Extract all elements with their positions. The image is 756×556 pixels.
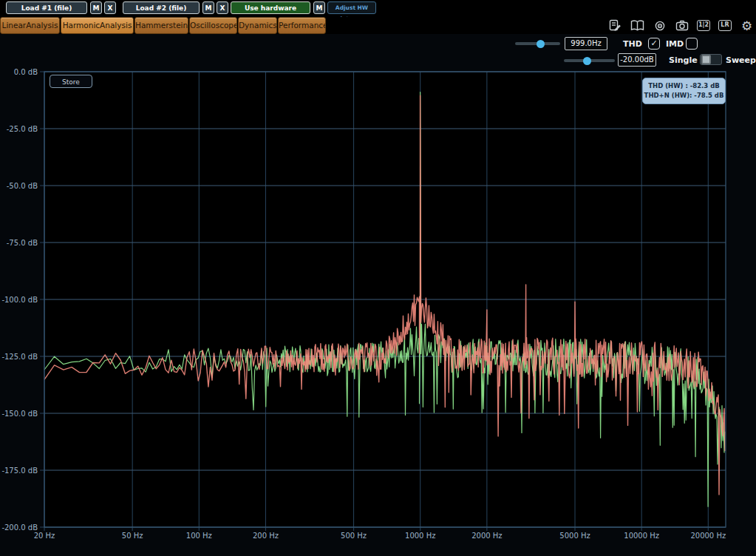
clear-1-button[interactable]: X — [104, 1, 116, 14]
imd-label: IMD — [666, 39, 684, 49]
screenshot-camera-icon[interactable] — [675, 19, 689, 33]
use-hardware-button[interactable]: Use hardware — [231, 1, 310, 14]
svg-text:500 Hz: 500 Hz — [341, 532, 367, 540]
level-value-field[interactable]: -20.00dB — [618, 53, 656, 67]
svg-text:5000 Hz: 5000 Hz — [559, 532, 590, 540]
svg-text:-100.0 dB: -100.0 dB — [1, 296, 38, 304]
icon-toolbar: 1|2 LR ⚙ — [594, 18, 754, 33]
imd-checkbox[interactable] — [686, 38, 698, 50]
mute-2-button[interactable]: M — [202, 1, 214, 14]
thd-checkbox[interactable]: ✓ — [648, 38, 660, 50]
svg-text:-75.0 dB: -75.0 dB — [7, 239, 38, 247]
frequency-slider[interactable] — [515, 42, 560, 45]
tab-performance[interactable]: Performance — [278, 17, 326, 34]
tab-dynamics[interactable]: Dynamics — [238, 17, 277, 34]
level-slider-thumb[interactable] — [583, 57, 591, 65]
settings-gear-icon[interactable]: ⚙ — [740, 19, 754, 33]
load-file-1-button[interactable]: Load #1 (file) — [6, 1, 87, 14]
svg-text:10000 Hz: 10000 Hz — [624, 532, 659, 540]
store-button[interactable]: Store — [50, 75, 92, 88]
tab-oscilloscope[interactable]: Oscilloscope — [189, 17, 237, 34]
frequency-value-field[interactable]: 999.0Hz — [565, 37, 607, 50]
channel-1-2-toggle-icon[interactable]: 1|2 — [697, 20, 710, 31]
thd-hw-value: THD (HW) : -82.3 dB — [643, 81, 725, 91]
thd-label: THD — [623, 39, 642, 49]
sweep-mode-label: Sweep — [726, 55, 756, 65]
single-sweep-toggle[interactable] — [700, 54, 722, 65]
notes-edit-icon[interactable] — [608, 19, 622, 33]
mute-hardware-button[interactable]: M — [313, 1, 325, 14]
svg-text:-50.0 dB: -50.0 dB — [7, 182, 38, 190]
adjust-hw-latency-button[interactable]: Adjust HW latency — [327, 1, 376, 14]
svg-text:20000 Hz: 20000 Hz — [690, 532, 726, 540]
svg-text:-25.0 dB: -25.0 dB — [7, 125, 38, 133]
tab-hammerstein[interactable]: Hammerstein — [134, 17, 188, 34]
svg-text:-175.0 dB: -175.0 dB — [1, 467, 38, 475]
svg-text:100 Hz: 100 Hz — [186, 532, 212, 540]
level-slider[interactable] — [564, 59, 615, 62]
svg-text:50 Hz: 50 Hz — [122, 532, 143, 540]
svg-text:2000 Hz: 2000 Hz — [471, 532, 502, 540]
svg-text:20 Hz: 20 Hz — [34, 532, 55, 540]
svg-text:-200.0 dB: -200.0 dB — [1, 523, 38, 532]
tab-linear-analysis[interactable]: LinearAnalysis — [0, 17, 60, 34]
thdn-hw-value: THD+N (HW): -78.5 dB — [643, 91, 725, 101]
svg-text:1000 Hz: 1000 Hz — [405, 532, 435, 540]
top-toolbar: Load #1 (file) M X Load #2 (file) M X Us… — [0, 0, 756, 17]
svg-text:-125.0 dB: -125.0 dB — [1, 353, 38, 361]
svg-text:0.0 dB: 0.0 dB — [14, 68, 38, 76]
load-file-2-button[interactable]: Load #2 (file) — [123, 1, 200, 14]
frequency-slider-thumb[interactable] — [537, 40, 545, 48]
single-mode-label: Single — [669, 55, 698, 65]
eye-icon[interactable] — [653, 19, 667, 33]
thd-readout-box: THD (HW) : -82.3 dB THD+N (HW): -78.5 dB — [642, 78, 726, 104]
left-right-toggle-icon[interactable]: LR — [718, 20, 732, 31]
svg-text:200 Hz: 200 Hz — [253, 532, 279, 540]
svg-text:-150.0 dB: -150.0 dB — [1, 410, 38, 418]
tab-harmonic-analysis[interactable]: HarmonicAnalysis — [61, 17, 134, 34]
clear-2-button[interactable]: X — [217, 1, 228, 14]
single-sweep-toggle-knob[interactable] — [701, 55, 711, 64]
mute-1-button[interactable]: M — [90, 1, 102, 14]
manual-book-icon[interactable] — [630, 19, 644, 33]
